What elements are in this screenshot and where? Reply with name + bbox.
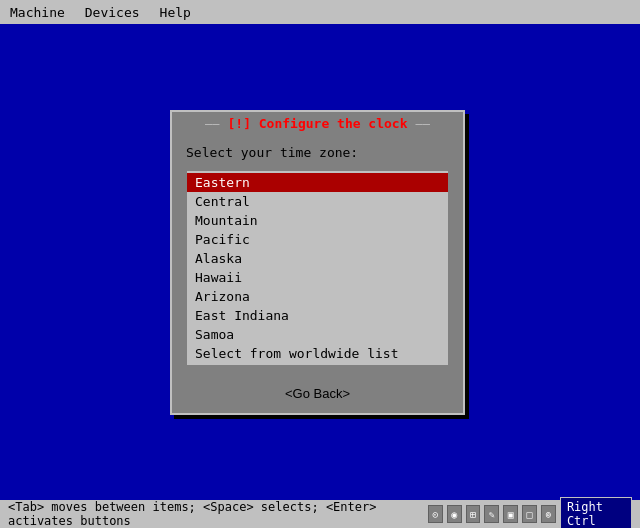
timezone-option-samoa[interactable]: Samoa [187,325,448,344]
timezone-option-east-indiana[interactable]: East Indiana [187,306,448,325]
menubar: Machine Devices Help [0,0,640,24]
statusbar-icon-6: □ [522,505,537,523]
statusbar-icon-2: ◉ [447,505,462,523]
timezone-option-mountain[interactable]: Mountain [187,211,448,230]
statusbar-icons-area: ⊙ ◉ ⊞ ✎ ▣ □ ⊚ Right Ctrl [428,497,632,528]
menu-machine[interactable]: Machine [4,3,71,22]
statusbar-icon-7: ⊚ [541,505,556,523]
statusbar-icon-5: ▣ [503,505,518,523]
dialog-body: Select your time zone: EasternCentralMou… [172,135,463,376]
go-back-button[interactable]: <Go Back> [279,384,356,403]
dialog-footer: <Go Back> [172,376,463,413]
timezone-option-pacific[interactable]: Pacific [187,230,448,249]
statusbar-hint: <Tab> moves between items; <Space> selec… [8,500,428,528]
statusbar-icon-3: ⊞ [466,505,481,523]
timezone-option-eastern[interactable]: Eastern [187,173,448,192]
timezone-option-worldwide[interactable]: Select from worldwide list [187,344,448,363]
title-decor-left: —— [205,117,219,131]
timezone-option-central[interactable]: Central [187,192,448,211]
title-decor-right: —— [416,117,430,131]
timezone-option-hawaii[interactable]: Hawaii [187,268,448,287]
configure-clock-dialog: —— [!] Configure the clock —— Select you… [170,110,465,415]
timezone-prompt: Select your time zone: [186,145,449,160]
dialog-title: [!] Configure the clock [227,116,407,131]
timezone-option-alaska[interactable]: Alaska [187,249,448,268]
statusbar-icon-1: ⊙ [428,505,443,523]
timezone-listbox: EasternCentralMountainPacificAlaskaHawai… [186,170,449,366]
timezone-option-arizona[interactable]: Arizona [187,287,448,306]
menu-devices[interactable]: Devices [79,3,146,22]
dialog-titlebar: —— [!] Configure the clock —— [172,112,463,135]
statusbar: <Tab> moves between items; <Space> selec… [0,500,640,528]
statusbar-icon-4: ✎ [484,505,499,523]
menu-help[interactable]: Help [154,3,197,22]
right-ctrl-label: Right Ctrl [560,497,632,528]
